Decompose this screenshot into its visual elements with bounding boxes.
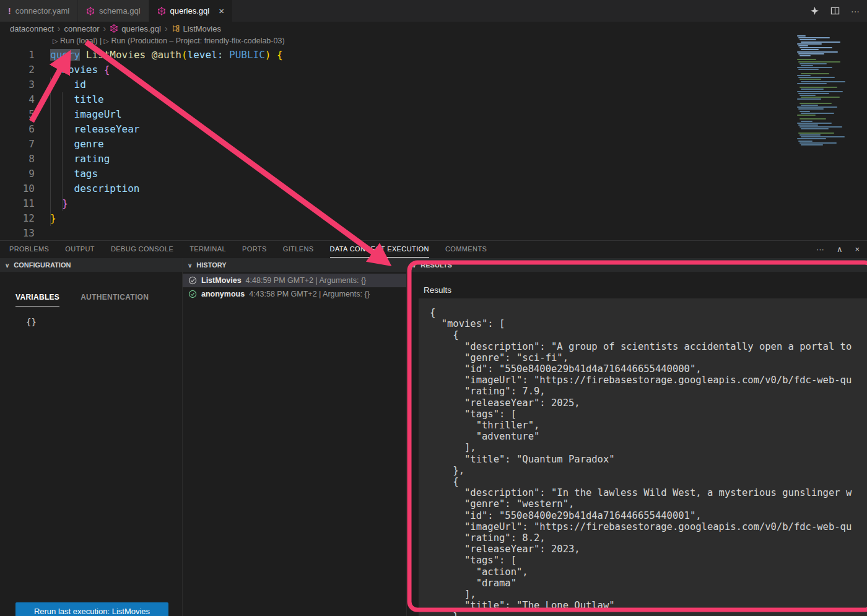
panel-close-icon[interactable]: × — [855, 245, 860, 254]
minimap-line — [797, 106, 837, 108]
line-text: query ListMovies @auth(level: PUBLIC) { — [50, 48, 283, 63]
minimap-line — [797, 35, 806, 37]
tab-label: schema.gql — [99, 6, 140, 15]
results-section: ∨ RESULTS Results { "movies": [ { "descr… — [407, 258, 867, 616]
minimap-line — [799, 118, 826, 119]
config-tab-authentication[interactable]: AUTHENTICATION — [81, 293, 149, 306]
split-editor-icon[interactable] — [830, 6, 840, 15]
configuration-section: ∨ CONFIGURATION VARIABLESAUTHENTICATION … — [0, 258, 183, 616]
panel-tab-output[interactable]: OUTPUT — [65, 241, 95, 258]
panel-tab-problems[interactable]: PROBLEMS — [9, 241, 49, 258]
configuration-tabs: VARIABLESAUTHENTICATION — [0, 272, 182, 306]
history-entry-meta: 4:43:58 PM GMT+2 | Arguments: {} — [249, 290, 370, 298]
minimap-line — [797, 98, 821, 100]
code-line-9[interactable]: 9 tags — [0, 167, 867, 181]
minimap-line — [801, 81, 845, 82]
minimap-line — [801, 73, 829, 74]
minimap-line — [798, 132, 834, 134]
code-line-4[interactable]: 4 title — [0, 92, 867, 107]
breadcrumb-separator-icon: › — [58, 24, 61, 33]
history-title: HISTORY — [196, 261, 226, 269]
run-local-icon[interactable]: ▷ — [53, 37, 58, 45]
line-number: 11 — [0, 196, 35, 211]
history-entry-ListMovies[interactable]: ListMovies4:48:59 PM GMT+2 | Arguments: … — [183, 274, 406, 287]
configuration-header[interactable]: ∨ CONFIGURATION — [0, 258, 182, 272]
minimap-line — [798, 61, 840, 63]
code-line-10[interactable]: 10 description — [0, 181, 867, 196]
close-icon[interactable]: × — [219, 6, 224, 16]
chevron-down-icon: ∨ — [188, 262, 192, 269]
minimap-line — [801, 105, 818, 106]
breadcrumb-item-ListMovies[interactable]: ListMovies — [172, 24, 221, 33]
history-entry-meta: 4:48:59 PM GMT+2 | Arguments: {} — [246, 276, 367, 285]
bottom-panel: PROBLEMSOUTPUTDEBUG CONSOLETERMINALPORTS… — [0, 240, 867, 616]
minimap-line — [797, 59, 816, 60]
history-header[interactable]: ∨ HISTORY — [183, 258, 406, 272]
line-text: description — [50, 181, 140, 196]
code-line-13[interactable]: 13 — [0, 226, 867, 240]
results-json-viewer[interactable]: { "movies": [ { "description": "A group … — [419, 298, 867, 616]
line-number: 6 — [0, 122, 35, 137]
code-line-2[interactable]: 2 movies { — [0, 63, 867, 77]
rerun-last-execution-button[interactable]: Rerun last execution: ListMovies — [15, 602, 168, 616]
minimap-line — [798, 93, 829, 94]
editor-tab-queries-gql[interactable]: queries.gql× — [149, 0, 232, 22]
editor-tab-connector-yaml[interactable]: !connector.yaml — [0, 0, 77, 22]
breadcrumb-label: queries.gql — [121, 24, 161, 33]
minimap-line — [799, 79, 821, 80]
variables-value[interactable]: {} — [26, 317, 182, 327]
code-line-12[interactable]: 12} — [0, 211, 867, 226]
line-number: 13 — [0, 226, 35, 240]
tab-label: queries.gql — [170, 6, 210, 15]
panel-tab-data-connect-execution[interactable]: DATA CONNECT EXECUTION — [330, 241, 429, 258]
code-line-8[interactable]: 8 rating — [0, 152, 867, 167]
run-local-link[interactable]: Run (local) — [60, 37, 97, 45]
panel-tab-terminal[interactable]: TERMINAL — [190, 241, 226, 258]
line-text: releaseYear — [50, 122, 140, 137]
panel-tab-gitlens[interactable]: GITLENS — [283, 241, 314, 258]
minimap-line — [799, 142, 837, 144]
code-line-3[interactable]: 3 id — [0, 77, 867, 92]
panel-tab-ports[interactable]: PORTS — [242, 241, 267, 258]
minimap-line — [799, 47, 832, 48]
minimap[interactable] — [795, 35, 867, 149]
code-line-5[interactable]: 5 imageUrl — [0, 107, 867, 122]
code-line-7[interactable]: 7 genre — [0, 137, 867, 152]
line-number: 4 — [0, 92, 35, 107]
history-list: ListMovies4:48:59 PM GMT+2 | Arguments: … — [183, 274, 406, 301]
editor-tab-schema-gql[interactable]: schema.gql — [78, 0, 148, 22]
breadcrumb: dataconnect›connector›queries.gql›ListMo… — [0, 22, 867, 35]
check-circle-icon — [188, 290, 197, 298]
codelens-run-actions[interactable]: ▷ Run (local) | ▷ Run (Production – Proj… — [53, 37, 285, 45]
yaml-file-icon: ! — [8, 6, 11, 16]
minimap-line — [801, 144, 823, 145]
minimap-line — [797, 138, 826, 139]
panel-tab-comments[interactable]: COMMENTS — [445, 241, 487, 258]
panel-more-icon[interactable]: ··· — [816, 245, 824, 254]
minimap-line — [798, 45, 808, 46]
minimap-line — [799, 87, 837, 88]
code-editor[interactable]: ▷ Run (local) | ▷ Run (Production – Proj… — [0, 35, 867, 240]
run-production-icon[interactable]: ▷ — [104, 37, 109, 45]
breadcrumb-item-dataconnect[interactable]: dataconnect — [10, 24, 54, 33]
sparkle-ai-icon[interactable] — [810, 6, 819, 15]
breadcrumb-item-queries-gql[interactable]: queries.gql — [110, 24, 161, 33]
panel-tab-debug-console[interactable]: DEBUG CONSOLE — [111, 241, 173, 258]
panel-maximize-icon[interactable]: ∧ — [837, 245, 843, 254]
code-line-6[interactable]: 6 releaseYear — [0, 122, 867, 137]
results-header[interactable]: ∨ RESULTS — [407, 258, 867, 272]
breadcrumb-label: connector — [64, 24, 100, 33]
line-number: 3 — [0, 77, 35, 92]
breadcrumb-item-connector[interactable]: connector — [64, 24, 100, 33]
panel-actions: ··· ∧ × — [816, 241, 860, 258]
line-number: 5 — [0, 107, 35, 122]
line-number: 7 — [0, 137, 35, 152]
config-tab-variables[interactable]: VARIABLES — [15, 293, 59, 306]
breadcrumb-separator-icon: › — [103, 24, 107, 33]
code-line-1[interactable]: 1query ListMovies @auth(level: PUBLIC) { — [0, 48, 867, 63]
history-entry-anonymous[interactable]: anonymous4:43:58 PM GMT+2 | Arguments: {… — [183, 287, 406, 301]
more-actions-icon[interactable]: ··· — [851, 6, 860, 16]
minimap-line — [797, 43, 822, 45]
run-production-link[interactable]: Run (Production – Project: friendly-flix… — [111, 37, 285, 45]
code-line-11[interactable]: 11 } — [0, 196, 867, 211]
